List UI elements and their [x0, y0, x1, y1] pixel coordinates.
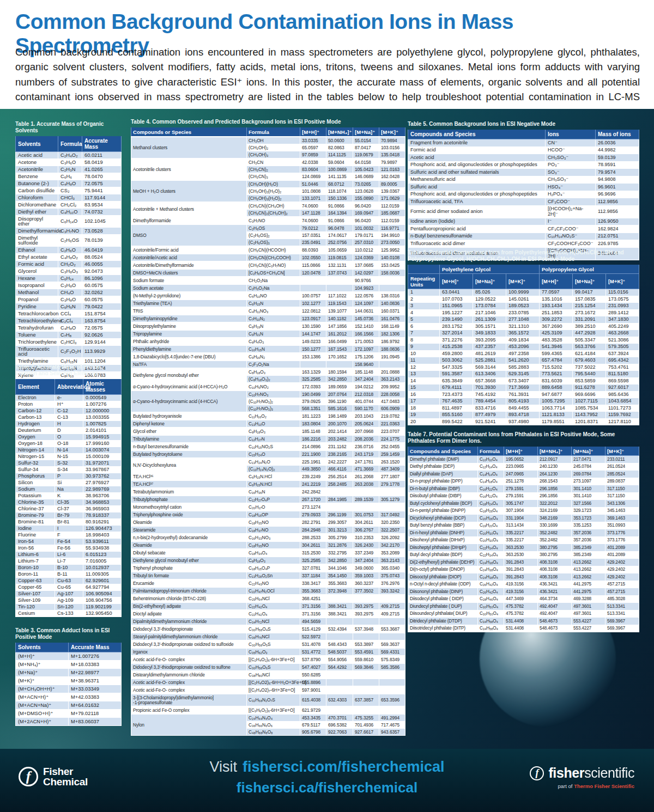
table-cell: 363.2530	[504, 551, 538, 559]
table-row: 18811.4897833.4716849.44551063.77141085.…	[408, 405, 639, 412]
table-cell: C₁₃H₂₈O₂Sn	[247, 572, 300, 579]
table-cell: 351.0993	[605, 522, 639, 529]
table-cell: 223.0965	[504, 463, 538, 471]
column-header: [M+H]⁺	[504, 447, 538, 456]
table-cell: C₂₂H₄₇N₂OCl	[247, 587, 300, 595]
table-cell: Silver-107	[16, 591, 55, 597]
table-cell: 380.2795	[538, 544, 572, 552]
table-cell: M+83.06037	[69, 718, 122, 726]
table-cell: C₃H₇NO	[247, 217, 300, 224]
table-cell: 322.2507	[379, 526, 405, 534]
table-cell: 74.0732	[82, 209, 122, 216]
compound-name: Erucamide	[131, 579, 247, 587]
table-row: TetrahydrofuranC₄H₈O72.0575	[16, 325, 122, 332]
table-cell: Glycerol	[16, 268, 58, 275]
table-cell: M+1.007276	[69, 652, 122, 661]
table-cell: 152.1410	[353, 322, 379, 330]
table-cell: 679.5117	[300, 722, 326, 729]
table-cell: 348.2169	[538, 515, 572, 522]
table-cell: 90.9766	[353, 277, 379, 284]
table-cell	[379, 595, 405, 602]
table-cell: C₁₂H₂₇N	[247, 435, 300, 443]
table-cell: 301.0753	[353, 511, 379, 518]
header-row: Repeating Units[M+H]⁺[M+Na]⁺[M+K]⁺[M+H]⁺…	[408, 274, 639, 289]
table-row: Acetic acidCH₃SO₃⁻59.0139	[408, 154, 639, 162]
table-cell: 46.0055	[82, 261, 122, 268]
table-cell: 905.6798	[300, 729, 326, 736]
fisherchemical-com-link[interactable]: fishersci.com/fisherchemical	[243, 759, 445, 775]
table-cell: Iron-54	[16, 539, 55, 545]
table-cell: 102.1277	[300, 300, 326, 307]
table-cell: HSO₄⁻	[546, 184, 596, 191]
table-cell: CH₂O₂Na	[247, 277, 300, 284]
table-cell	[326, 277, 353, 284]
table-row: StearamideC₁₈H₃₇NO284.2948301.3213306.27…	[131, 526, 405, 534]
table-cell: 17	[408, 398, 440, 405]
table-cell: Na	[55, 486, 83, 493]
table-cell: 492.4047	[538, 610, 572, 618]
table-cell: Boron-10	[16, 565, 55, 571]
table-cell: Phosphorus	[16, 473, 55, 480]
table-row: Carbon-12C-1212.000000	[16, 408, 122, 414]
table-cell: 487.3409	[379, 466, 405, 473]
table-3-caption: Table 3. Common Adduct Ions in ESI Posit…	[15, 627, 121, 640]
table-cell	[326, 595, 353, 602]
table-cell: 525.2881	[473, 357, 506, 364]
table-cell: Potassium	[16, 493, 55, 499]
table-cell: 141.1135	[326, 173, 353, 181]
table-cell: 388.3421	[326, 602, 353, 610]
table-row: (M+DMSO+H)⁺M+79.02118	[16, 710, 122, 718]
table-cell: n-Butyl benzenesulfonamide	[408, 233, 546, 240]
table-cell	[353, 633, 379, 640]
table-cell: H₂PO₄⁻	[546, 191, 596, 198]
table-row: 15679.4111701.3930717.3669889.6458911.62…	[408, 384, 639, 392]
table-cell	[300, 284, 326, 292]
table-cell: 457.2715	[605, 588, 639, 596]
column-header: [M+Na]⁺	[353, 127, 379, 137]
table-row: Boron-11B-1111.009305	[16, 571, 122, 578]
table-cell: 613.3406	[473, 371, 506, 378]
table-cell: C₈H₁₈O₃	[247, 368, 300, 376]
table-row: Oxygen-18O-1817.999160	[16, 441, 122, 447]
table-cell: 376.2976	[379, 579, 405, 587]
column-header: Mass of ions	[596, 130, 639, 139]
table-cell	[353, 618, 379, 625]
table-cell: (C₁₃H₂₄N₂O)₂	[247, 466, 300, 473]
table-cell: 26.0036	[596, 139, 639, 147]
table-row: Dimethyl sulfoxideC₂H₆OS78.0139	[16, 235, 122, 247]
table-cell: 123.0917	[300, 315, 326, 322]
table-row: Di-n-pentyl phthalate (DNPP)C₁₈H₂₆O₄307.…	[408, 507, 639, 515]
table-cell	[326, 488, 353, 496]
table-cell: 483.3528	[540, 337, 573, 344]
table-row: NylonC₂₄H₄₄N₄O₄453.3435470.3701475.32554…	[131, 714, 405, 722]
table-cell: 492.4047	[538, 603, 572, 610]
fisherchemical-ca-link[interactable]: fishersci.ca/fisherchemical	[237, 779, 417, 796]
table-cell: 205.0624	[353, 420, 379, 428]
table-row: Electrone-0.000549	[16, 395, 122, 401]
table-cell: 172.1097	[353, 345, 379, 353]
table-cell: 198.1489	[326, 412, 353, 420]
table-row: Trifluoroacetic acidC₂F₃O₂H113.9929	[16, 346, 122, 358]
table-row: 9415.2538437.2357453.2096541.3946563.376…	[408, 344, 639, 351]
table-row: Lithium-6Li-66.015123	[16, 552, 122, 558]
column-header	[408, 265, 440, 274]
table-cell: 466.4116	[326, 466, 353, 473]
column-header: [M+K]⁺	[506, 274, 540, 289]
table-cell: Diisotridecyl phthalate (DITP)	[408, 625, 478, 632]
table-cell: (CH₃OH)₂	[247, 144, 300, 151]
table-cell: 855.5160	[440, 412, 473, 419]
table-cell: C₃₆H₆₆N₆O₆	[247, 722, 300, 729]
table-cell: Diisopropyl ether	[16, 216, 58, 228]
table-cell: 236.0716	[353, 443, 379, 450]
table-cell: Fe-56	[55, 545, 83, 552]
table-cell: (CH₃OH)(H₂O)	[247, 180, 300, 188]
table-cell: 273.1274	[300, 503, 326, 511]
table-row: Lithium-7Li-77.016005	[16, 558, 122, 565]
table-cell: 164.1394	[326, 210, 353, 217]
table-cell: 449.3850	[300, 466, 326, 473]
table-cell: 257.0310	[353, 239, 379, 247]
table-cell: C₁₈H₁₅OP	[247, 511, 300, 518]
compound-name: Acetonitrile/Dimethylformamide	[131, 261, 247, 269]
table-cell: C₂HCl₃	[58, 339, 82, 346]
table-cell: 6.015123	[83, 552, 122, 558]
